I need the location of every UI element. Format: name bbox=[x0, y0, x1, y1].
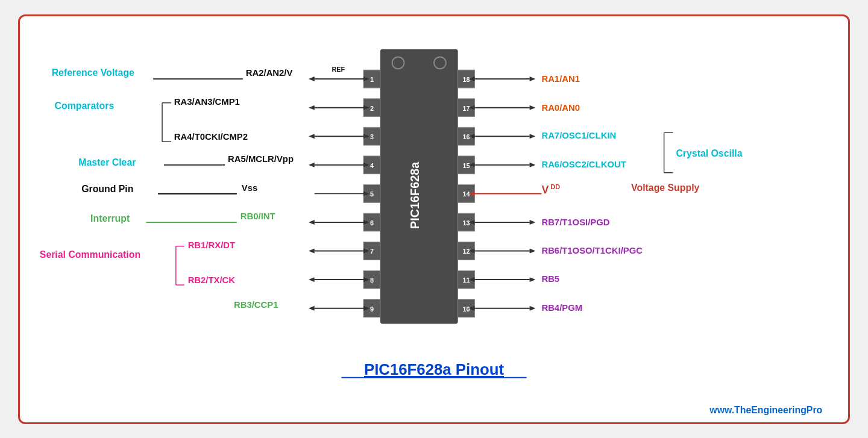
svg-marker-41 bbox=[309, 77, 315, 81]
svg-text:15: 15 bbox=[462, 161, 470, 169]
svg-rect-9 bbox=[363, 155, 380, 174]
svg-rect-0 bbox=[380, 49, 458, 324]
svg-text:9: 9 bbox=[370, 305, 374, 312]
svg-marker-89 bbox=[468, 305, 474, 310]
svg-marker-60 bbox=[363, 277, 370, 282]
svg-text:13: 13 bbox=[462, 219, 470, 226]
svg-marker-61 bbox=[309, 277, 315, 282]
svg-text:3: 3 bbox=[370, 133, 374, 140]
svg-rect-37 bbox=[458, 299, 475, 317]
svg-rect-19 bbox=[363, 299, 380, 317]
website-label: www.TheEngineeringPro bbox=[709, 405, 822, 415]
svg-marker-57 bbox=[363, 248, 370, 253]
svg-marker-63 bbox=[363, 305, 370, 310]
label-pin3-name: RA4/T0CKI/CMP2 bbox=[174, 132, 248, 142]
label-pin6-name: RB0/INT bbox=[241, 211, 275, 221]
svg-text:10: 10 bbox=[462, 305, 470, 312]
label-pin5-name: Vss bbox=[242, 183, 257, 193]
svg-marker-67 bbox=[530, 77, 536, 81]
label-ref-voltage: Reference Voltage bbox=[52, 67, 134, 78]
ic-label: PIC16F628a bbox=[408, 161, 421, 228]
svg-marker-50 bbox=[309, 162, 315, 167]
svg-marker-43 bbox=[363, 105, 370, 110]
svg-rect-33 bbox=[458, 242, 475, 260]
diagram-title: PIC16F628a Pinout bbox=[364, 360, 504, 377]
main-container: PIC16F628a 1 2 3 4 5 6 7 8 bbox=[18, 14, 850, 424]
svg-rect-7 bbox=[363, 127, 380, 145]
svg-marker-66 bbox=[468, 77, 474, 81]
label-comparators: Comparators bbox=[55, 100, 115, 110]
svg-marker-75 bbox=[468, 162, 474, 167]
svg-rect-31 bbox=[458, 213, 475, 231]
svg-marker-73 bbox=[530, 134, 536, 139]
label-voltage-supply: Voltage Supply bbox=[631, 183, 699, 193]
svg-text:1: 1 bbox=[370, 76, 374, 83]
svg-point-1 bbox=[392, 57, 404, 69]
svg-text:16: 16 bbox=[462, 133, 470, 140]
label-serial-comm: Serial Communication bbox=[40, 249, 140, 260]
svg-marker-76 bbox=[530, 162, 536, 167]
svg-marker-72 bbox=[468, 134, 474, 139]
svg-marker-87 bbox=[530, 277, 536, 282]
label-vdd-sub: DD bbox=[550, 183, 560, 190]
svg-rect-11 bbox=[363, 184, 380, 202]
svg-marker-58 bbox=[309, 248, 315, 253]
svg-marker-78 bbox=[468, 191, 474, 196]
svg-text:7: 7 bbox=[370, 248, 374, 255]
label-pin7-name: RB1/RX/DT bbox=[188, 240, 235, 249]
svg-marker-54 bbox=[363, 219, 370, 224]
svg-text:8: 8 bbox=[370, 277, 374, 284]
svg-marker-49 bbox=[363, 162, 370, 167]
label-pin11-name: RB5 bbox=[541, 274, 559, 284]
label-pin8-name: RB2/TX/CK bbox=[188, 275, 236, 285]
label-pin12-name: RB6/T1OSO/T1CKI/PGC bbox=[541, 246, 643, 255]
svg-marker-86 bbox=[468, 277, 474, 282]
label-interrupt: Interrupt bbox=[90, 213, 130, 223]
label-pin10-name: RB4/PGM bbox=[541, 302, 582, 312]
label-pin2-name: RA3/AN3/CMP1 bbox=[174, 96, 240, 106]
svg-rect-13 bbox=[363, 213, 380, 231]
diagram-svg: PIC16F628a 1 2 3 4 5 6 7 8 bbox=[20, 16, 848, 422]
svg-marker-47 bbox=[309, 134, 315, 139]
svg-marker-90 bbox=[530, 305, 536, 310]
svg-marker-46 bbox=[363, 134, 370, 139]
label-pin9-name: RB3/CCP1 bbox=[234, 299, 278, 309]
svg-marker-84 bbox=[530, 248, 536, 253]
svg-rect-21 bbox=[458, 70, 475, 88]
svg-text:5: 5 bbox=[370, 190, 374, 198]
diagram-area: PIC16F628a 1 2 3 4 5 6 7 8 bbox=[20, 16, 848, 422]
svg-text:6: 6 bbox=[370, 219, 374, 226]
svg-text:12: 12 bbox=[462, 248, 470, 255]
label-pin1-sub: REF bbox=[332, 66, 345, 73]
svg-text:18: 18 bbox=[462, 76, 470, 83]
svg-marker-83 bbox=[468, 248, 474, 253]
svg-marker-64 bbox=[309, 305, 315, 310]
svg-rect-23 bbox=[458, 98, 475, 116]
svg-marker-55 bbox=[309, 219, 315, 224]
svg-text:4: 4 bbox=[370, 161, 374, 169]
svg-marker-52 bbox=[363, 191, 370, 196]
svg-text:11: 11 bbox=[462, 277, 470, 284]
svg-rect-29 bbox=[458, 184, 475, 202]
label-pin16-name: RA7/OSC1/CLKIN bbox=[541, 131, 616, 140]
svg-text:2: 2 bbox=[370, 104, 374, 111]
svg-marker-80 bbox=[468, 219, 474, 224]
svg-rect-27 bbox=[458, 155, 475, 174]
svg-marker-69 bbox=[468, 105, 474, 110]
svg-rect-25 bbox=[458, 127, 475, 145]
label-pin4-name: RA5/MCLR/Vpp bbox=[228, 154, 294, 163]
svg-point-2 bbox=[434, 57, 446, 69]
svg-rect-3 bbox=[363, 70, 380, 88]
svg-rect-15 bbox=[363, 242, 380, 260]
label-vdd: V bbox=[541, 184, 549, 196]
svg-text:14: 14 bbox=[462, 190, 470, 198]
svg-marker-44 bbox=[309, 105, 315, 110]
label-master-clear: Master Clear bbox=[78, 157, 136, 167]
label-pin17-name: RA0/AN0 bbox=[541, 102, 580, 112]
svg-marker-70 bbox=[530, 105, 536, 110]
svg-text:17: 17 bbox=[462, 104, 470, 111]
svg-rect-35 bbox=[458, 271, 475, 289]
label-pin18-name: RA1/AN1 bbox=[541, 74, 580, 84]
label-pin15-name: RA6/OSC2/CLKOUT bbox=[541, 159, 626, 169]
svg-rect-5 bbox=[363, 98, 380, 116]
